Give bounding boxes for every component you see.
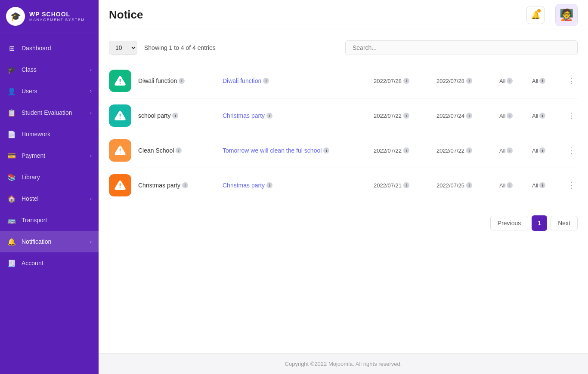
sidebar-nav: ⊞ Dashboard 🎓 Class › 👤 Users › 📋 Studen… — [0, 33, 99, 374]
sidebar-item-class[interactable]: 🎓 Class › — [0, 59, 99, 80]
homework-icon: 📄 — [7, 129, 16, 139]
notice-date-start: 2022/07/21 i — [374, 182, 430, 189]
info-icon: i — [266, 182, 272, 188]
sidebar-label-dashboard: Dashboard — [22, 45, 92, 52]
sidebar-item-users[interactable]: 👤 Users › — [0, 80, 99, 102]
sidebar-logo: 🎓 WP SCHOOL MANAGEMENT SYSTEM — [0, 0, 99, 33]
notice-date-start: 2022/07/22 i — [374, 113, 430, 119]
notice-class-all: All i — [499, 182, 525, 189]
info-icon: i — [179, 78, 185, 84]
sidebar-label-homework: Homework — [22, 131, 92, 138]
info-icon: i — [176, 147, 182, 153]
transport-icon: 🚌 — [7, 215, 16, 225]
logo-text: WP SCHOOL MANAGEMENT SYSTEM — [29, 11, 85, 22]
info-icon: i — [266, 113, 272, 119]
notice-list: Diwali function i Diwali function i 2022… — [109, 64, 578, 202]
notice-icon — [109, 174, 131, 196]
sidebar-item-student-evaluation[interactable]: 📋 Student Evaluation › — [0, 102, 99, 123]
payment-icon: 💳 — [7, 151, 16, 160]
library-icon: 📚 — [7, 172, 16, 182]
sidebar-label-class: Class — [22, 66, 90, 73]
notification-bell-button[interactable]: 🔔 — [526, 6, 545, 24]
sidebar-label-hostel: Hostel — [22, 195, 90, 202]
chevron-right-icon: › — [90, 196, 92, 202]
info-icon: i — [403, 78, 409, 84]
info-icon: i — [182, 182, 188, 188]
info-icon: i — [403, 182, 409, 188]
notice-name: Clean School i — [138, 147, 216, 154]
notice-icon — [109, 139, 131, 162]
sidebar-item-dashboard[interactable]: ⊞ Dashboard — [0, 37, 99, 59]
content-area: 10 25 50 100 Showing 1 to 4 of 4 entries — [99, 30, 588, 353]
users-icon: 👤 — [7, 86, 16, 96]
sidebar-item-transport[interactable]: 🚌 Transport — [0, 209, 99, 231]
row-menu-button[interactable]: ⋮ — [565, 76, 578, 86]
entries-per-page-select[interactable]: 10 25 50 100 — [109, 41, 137, 55]
table-row: Christmas party i Christmas party i 2022… — [109, 168, 578, 202]
sidebar-item-library[interactable]: 📚 Library — [0, 166, 99, 188]
chevron-right-icon: › — [90, 67, 92, 73]
info-icon: i — [507, 147, 513, 153]
info-icon: i — [539, 182, 545, 188]
sidebar-item-notification[interactable]: 🔔 Notification › — [0, 231, 99, 252]
info-icon: i — [539, 78, 545, 84]
sidebar-label-library: Library — [22, 174, 92, 181]
previous-button[interactable]: Previous — [490, 216, 528, 230]
account-icon: 🧾 — [7, 258, 16, 268]
info-icon: i — [323, 147, 329, 153]
notice-date-end: 2022/07/24 i — [436, 113, 492, 119]
table-controls: 10 25 50 100 Showing 1 to 4 of 4 entries — [109, 40, 578, 55]
entries-select-wrapper: 10 25 50 100 — [109, 41, 137, 55]
sidebar-label-users: Users — [22, 88, 90, 95]
info-icon: i — [539, 147, 545, 153]
bell-badge — [537, 9, 541, 12]
logo-title: WP SCHOOL — [29, 11, 85, 18]
chevron-right-icon: › — [90, 110, 92, 116]
sidebar-item-hostel[interactable]: 🏠 Hostel › — [0, 188, 99, 209]
notice-class-all: All i — [499, 113, 525, 119]
table-row: school party i Christmas party i 2022/07… — [109, 98, 578, 133]
class-icon: 🎓 — [7, 65, 16, 74]
row-menu-button[interactable]: ⋮ — [565, 146, 578, 155]
info-icon: i — [507, 78, 513, 84]
notice-description: Diwali function i — [223, 77, 367, 84]
notice-name: Christmas party i — [138, 182, 216, 189]
footer: Copyright ©2022 Mojoomla. All rights res… — [99, 353, 588, 374]
info-icon: i — [466, 147, 472, 153]
info-icon: i — [403, 147, 409, 153]
sidebar-label-notification: Notification — [22, 238, 90, 245]
info-icon: i — [172, 113, 178, 119]
row-menu-button[interactable]: ⋮ — [565, 181, 578, 190]
header: Notice 🔔 🧑‍🏫 — [99, 0, 588, 30]
next-button[interactable]: Next — [551, 216, 578, 230]
sidebar-item-account[interactable]: 🧾 Account — [0, 252, 99, 274]
notice-section-all: All i — [532, 78, 558, 84]
sidebar-label-account: Account — [22, 260, 92, 267]
sidebar-item-payment[interactable]: 💳 Payment › — [0, 145, 99, 166]
notice-date-start: 2022/07/28 i — [374, 78, 430, 84]
info-icon: i — [466, 182, 472, 188]
header-actions: 🔔 🧑‍🏫 — [526, 4, 578, 26]
search-input[interactable] — [345, 40, 578, 55]
avatar-button[interactable]: 🧑‍🏫 — [555, 4, 578, 26]
footer-text: Copyright ©2022 Mojoomla. All rights res… — [285, 361, 402, 367]
notice-class-all: All i — [499, 78, 525, 84]
notification-icon: 🔔 — [7, 237, 16, 246]
notice-description: Christmas party i — [223, 112, 367, 119]
info-icon: i — [507, 182, 513, 188]
entries-info: Showing 1 to 4 of 4 entries — [144, 44, 216, 51]
sidebar-item-homework[interactable]: 📄 Homework — [0, 123, 99, 145]
notice-class-all: All i — [499, 147, 525, 154]
sidebar-label-student-evaluation: Student Evaluation — [22, 109, 90, 116]
info-icon: i — [263, 78, 269, 84]
dashboard-icon: ⊞ — [7, 43, 16, 53]
row-menu-button[interactable]: ⋮ — [565, 111, 578, 120]
logo-subtitle: MANAGEMENT SYSTEM — [29, 18, 85, 22]
header-divider — [550, 7, 550, 23]
notice-icon — [109, 70, 131, 92]
notice-section-all: All i — [532, 182, 558, 189]
chevron-right-icon: › — [90, 239, 92, 245]
notice-section-all: All i — [532, 113, 558, 119]
notice-date-start: 2022/07/22 i — [374, 147, 430, 154]
page-number-1[interactable]: 1 — [532, 215, 547, 231]
